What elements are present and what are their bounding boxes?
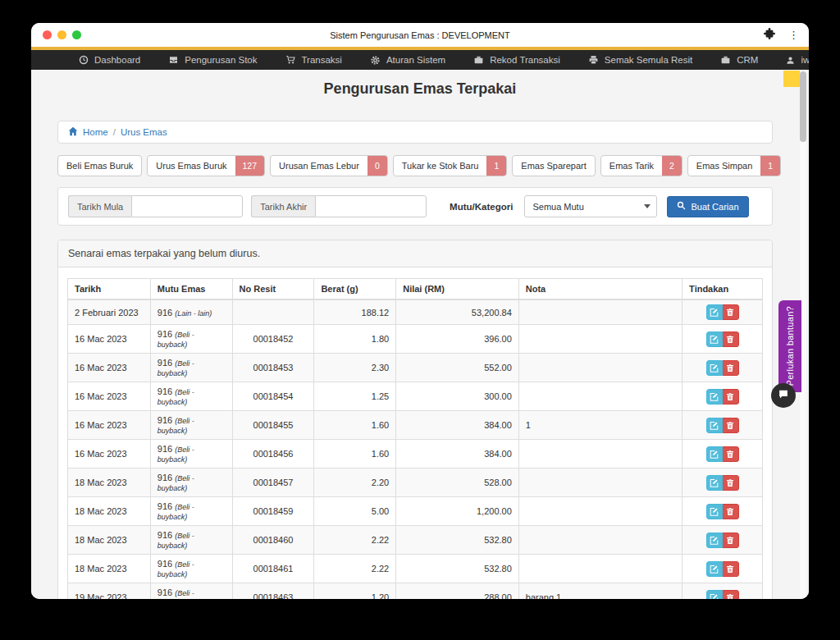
delete-button[interactable] (723, 360, 739, 376)
cell-berat: 2.22 (314, 555, 396, 583)
tab-label: Emas Tarik (601, 156, 662, 176)
edit-button[interactable] (706, 475, 723, 491)
home-icon (68, 126, 78, 138)
tab-emas-tarik[interactable]: Emas Tarik 2 (600, 155, 682, 176)
cell-mutu-emas: 916 (Beli - buyback) (150, 497, 232, 526)
delete-button[interactable] (723, 504, 739, 519)
cell-no-resit: 00018461 (232, 555, 314, 583)
edit-button[interactable] (706, 533, 723, 548)
nav-item-user-account[interactable]: iwang@development (786, 55, 809, 65)
cell-nota: barang 1 (518, 583, 682, 600)
delete-button[interactable] (723, 533, 739, 548)
nav-item-semak-semula-resit[interactable]: Semak Semula Resit (588, 55, 692, 65)
nav-item-crm[interactable]: CRM (720, 55, 758, 65)
tarikh-mula-input[interactable] (131, 195, 243, 217)
edit-button[interactable] (706, 561, 723, 577)
delete-button[interactable] (723, 590, 739, 600)
mutu-value: 916 (158, 329, 172, 339)
cell-nilai: 288.00 (396, 583, 519, 600)
edit-button[interactable] (706, 389, 723, 405)
tab-beli-emas-buruk[interactable]: Beli Emas Buruk (57, 155, 142, 176)
table-row: 18 Mac 2023 916 (Beli - buyback) 0001845… (68, 497, 763, 526)
tab-emas-sparepart[interactable]: Emas Sparepart (512, 155, 595, 176)
table-row: 16 Mac 2023 916 (Beli - buyback) 0001845… (68, 354, 763, 382)
mutu-value: 916 (158, 530, 172, 540)
nav-label: Semak Semula Resit (605, 55, 692, 65)
tab-emas-simpan[interactable]: Emas Simpan 1 (687, 155, 781, 176)
col-header-berat: Berat (g) (314, 279, 396, 300)
cell-mutu-emas: 916 (Beli - buyback) (150, 440, 232, 469)
cell-mutu-emas: 916 (Beli - buyback) (150, 526, 232, 555)
nav-item-pengurusan-stok[interactable]: Pengurusan Stok (168, 55, 257, 65)
breadcrumb-separator: / (113, 127, 116, 137)
minimize-window-button[interactable] (57, 30, 66, 39)
delete-button[interactable] (723, 304, 739, 320)
nav-item-aturan-sistem[interactable]: Aturan Sistem (370, 55, 445, 66)
tab-count-badge: 127 (235, 156, 265, 176)
cell-nota: 1 (518, 411, 682, 440)
zoom-window-button[interactable] (72, 30, 81, 39)
scrollbar-thumb[interactable] (800, 71, 806, 142)
close-window-button[interactable] (43, 30, 52, 39)
delete-button[interactable] (723, 389, 739, 405)
tab-urusan-emas-lebur[interactable]: Urusan Emas Lebur 0 (270, 155, 388, 176)
table-row: 19 Mac 2023 916 (Beli - buyback) 0001846… (68, 583, 763, 600)
briefcase-icon (720, 55, 731, 65)
table-row: 18 Mac 2023 916 (Beli - buyback) 0001845… (68, 469, 763, 497)
delete-button[interactable] (723, 475, 739, 491)
chat-bubble-button[interactable] (771, 383, 796, 408)
main-navbar: Dashboard Pengurusan Stok Transaksi Atur… (31, 50, 809, 70)
cell-no-resit: 00018454 (232, 382, 314, 411)
cell-tindakan (682, 354, 763, 382)
help-tab[interactable]: Perlukan bantuan? (778, 300, 801, 392)
browser-menu-icon[interactable]: ⋮ (788, 29, 799, 42)
cell-no-resit: 00018456 (232, 440, 314, 469)
delete-button[interactable] (723, 561, 739, 577)
col-header-mutu-emas: Mutu Emas (150, 279, 232, 300)
delete-button[interactable] (723, 331, 739, 347)
edit-button[interactable] (706, 590, 723, 600)
cell-tarikh: 16 Mac 2023 (68, 382, 151, 411)
cell-tindakan (682, 299, 763, 325)
delete-button[interactable] (723, 418, 739, 433)
cell-nota (518, 555, 682, 583)
table-row: 16 Mac 2023 916 (Beli - buyback) 0001845… (68, 411, 763, 440)
cell-nilai: 384.00 (396, 440, 519, 469)
cell-nota (518, 354, 682, 382)
cell-berat: 1.60 (314, 440, 396, 469)
tab-urus-emas-buruk[interactable]: Urus Emas Buruk 127 (147, 155, 265, 176)
mutu-select[interactable]: Semua Mutu (524, 195, 657, 217)
cell-nilai: 53,200.84 (396, 299, 519, 325)
edit-button[interactable] (706, 331, 723, 347)
edit-button[interactable] (706, 504, 723, 519)
nav-item-rekod-transaksi[interactable]: Rekod Transaksi (473, 55, 560, 65)
nav-item-dashboard[interactable]: Dashboard (79, 55, 140, 65)
tab-label: Urus Emas Buruk (148, 156, 235, 176)
filter-panel: Tarikh Mula Tarikh Akhir Mutu/Kategori S… (57, 187, 773, 226)
nav-label: Aturan Sistem (386, 55, 445, 65)
tab-tukar-ke-stok-baru[interactable]: Tukar ke Stok Baru 1 (393, 155, 508, 176)
cell-no-resit: 00018460 (232, 526, 314, 555)
cell-berat: 2.20 (314, 469, 396, 497)
cell-nota (518, 526, 682, 555)
yellow-widget-badge[interactable] (783, 71, 800, 87)
extensions-puzzle-icon[interactable] (764, 28, 775, 43)
edit-button[interactable] (706, 304, 723, 320)
tarikh-akhir-input[interactable] (315, 195, 427, 217)
mutu-value: 916 (158, 308, 172, 318)
edit-button[interactable] (706, 446, 723, 462)
cell-berat: 2.22 (314, 526, 396, 555)
cell-tindakan (682, 411, 763, 440)
cell-nota (518, 440, 682, 469)
edit-button[interactable] (706, 360, 723, 376)
delete-button[interactable] (723, 446, 739, 462)
nav-item-transaksi[interactable]: Transaksi (285, 55, 342, 65)
buat-carian-button[interactable]: Buat Carian (667, 196, 748, 217)
breadcrumb-current-link[interactable]: Urus Emas (121, 127, 167, 137)
cell-berat: 1.60 (314, 411, 396, 440)
table-row: 18 Mac 2023 916 (Beli - buyback) 0001846… (68, 555, 763, 583)
edit-button[interactable] (706, 418, 723, 433)
cell-nota (518, 382, 682, 411)
breadcrumb-home-link[interactable]: Home (83, 127, 108, 137)
cell-tarikh: 16 Mac 2023 (68, 440, 151, 469)
